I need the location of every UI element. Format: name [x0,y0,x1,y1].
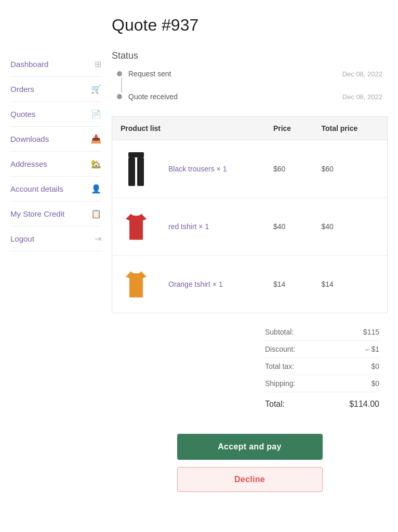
quotes-icon: 📄 [91,109,101,119]
status-row-request: Request sent Dec 08, 2022 [117,70,388,78]
subtotal-value: $115 [363,328,379,336]
product-image-cell-orange-tshirt [112,256,161,313]
total-label: Total: [265,400,285,409]
trousers-svg [123,152,149,186]
sidebar-link-quotes[interactable]: Quotes [10,110,35,118]
sidebar-link-account-details[interactable]: Account details [10,184,63,193]
sidebar-item-addresses[interactable]: Addresses 🏡 [10,152,101,177]
sidebar-link-orders[interactable]: Orders [10,85,34,94]
sidebar-link-downloads[interactable]: Downloads [10,135,49,143]
sidebar-item-dashboard[interactable]: Dashboard ⊞ [10,52,101,77]
product-price-cell-orange-tshirt: $14 [265,256,313,313]
totals-shipping-row: Shipping: $0 [265,375,379,392]
status-label-request: Request sent [128,70,342,78]
sidebar-link-logout[interactable]: Logout [10,234,34,243]
product-image-cell-red-tshirt [112,198,161,256]
col-header-product: Product list [112,117,265,140]
product-total-cell-trousers: $60 [313,140,388,198]
product-price-cell-trousers: $60 [265,140,313,198]
product-table: Product list Price Total price [112,116,388,313]
page-title: Quote #937 [112,16,388,35]
discount-value: – $1 [365,345,379,353]
sidebar-link-dashboard[interactable]: Dashboard [10,60,48,69]
table-row: red tshirt × 1 $40 $40 [112,198,388,256]
product-total-cell-red-tshirt: $40 [313,198,388,256]
tax-label: Total tax: [265,362,294,370]
product-name-cell-trousers: Black trousers × 1 [160,140,265,198]
account-icon: 👤 [91,184,101,194]
totals-section: Subtotal: $115 Discount: – $1 Total tax:… [112,324,388,413]
red-tshirt-svg [123,210,149,244]
status-section: Status Request sent Dec 08, 2022 Quote r… [112,50,388,101]
orders-icon: 🛒 [91,84,101,94]
total-value: $114.00 [349,400,379,409]
table-row: Orange tshirt × 1 $14 $14 [112,256,388,313]
product-name-cell-red-tshirt: red tshirt × 1 [160,198,265,256]
sidebar-item-quotes[interactable]: Quotes 📄 [10,102,101,127]
status-date-request: Dec 08, 2022 [342,70,388,78]
col-header-price: Price [265,117,313,140]
status-timeline: Request sent Dec 08, 2022 Quote received… [112,70,388,101]
status-row-quote: Quote received Dec 08, 2022 [117,92,388,101]
totals-tax-row: Total tax: $0 [265,358,379,375]
subtotal-label: Subtotal: [265,328,294,336]
sidebar-link-store-credit[interactable]: My Store Credit [10,209,64,218]
product-total-cell-orange-tshirt: $14 [313,256,388,313]
svg-rect-1 [128,157,135,186]
sidebar: Dashboard ⊞ Orders 🛒 Quotes 📄 Downloads … [10,16,101,508]
product-link-orange-tshirt[interactable]: Orange tshirt × 1 [168,280,223,288]
decline-button[interactable]: Decline [177,467,323,492]
store-credit-icon: 📋 [91,209,101,219]
orange-tshirt-svg [123,268,149,301]
shipping-label: Shipping: [265,379,295,388]
sidebar-link-addresses[interactable]: Addresses [10,159,47,168]
product-link-red-tshirt[interactable]: red tshirt × 1 [168,222,209,231]
downloads-icon: 📥 [91,134,101,144]
discount-label: Discount: [265,345,295,353]
table-header-row: Product list Price Total price [112,117,388,140]
status-dot-quote [117,94,122,99]
accept-pay-button[interactable]: Accept and pay [177,434,323,460]
totals-total-row: Total: $114.00 [265,392,379,413]
status-date-quote: Dec 08, 2022 [342,93,388,101]
totals-subtotal-row: Subtotal: $115 [265,324,379,341]
totals-discount-row: Discount: – $1 [265,341,379,358]
tax-value: $0 [371,362,379,370]
dashboard-icon: ⊞ [95,59,101,69]
sidebar-item-downloads[interactable]: Downloads 📥 [10,127,101,152]
main-content: Quote #937 Status Request sent Dec 08, 2… [112,16,388,508]
product-image-trousers [121,151,152,187]
status-label-quote: Quote received [128,92,342,101]
product-image-cell-trousers [112,140,161,198]
action-buttons: Accept and pay Decline [112,434,388,508]
product-price-cell-red-tshirt: $40 [265,198,313,256]
sidebar-item-store-credit[interactable]: My Store Credit 📋 [10,202,101,227]
shipping-value: $0 [371,379,379,388]
status-connector-line [121,78,122,92]
product-name-cell-orange-tshirt: Orange tshirt × 1 [160,256,265,313]
logout-icon: ⇥ [95,234,101,244]
sidebar-item-logout[interactable]: Logout ⇥ [10,227,101,251]
col-header-total: Total price [313,117,388,140]
status-dot-request [117,71,122,76]
addresses-icon: 🏡 [91,159,101,169]
svg-rect-2 [137,157,144,186]
table-row: Black trousers × 1 $60 $60 [112,140,388,198]
status-heading: Status [112,50,388,61]
product-image-red-tshirt [121,208,152,245]
product-link-trousers[interactable]: Black trousers × 1 [168,165,227,173]
svg-rect-0 [128,152,144,157]
sidebar-item-orders[interactable]: Orders 🛒 [10,77,101,102]
product-image-orange-tshirt [121,266,152,302]
sidebar-item-account-details[interactable]: Account details 👤 [10,177,101,202]
